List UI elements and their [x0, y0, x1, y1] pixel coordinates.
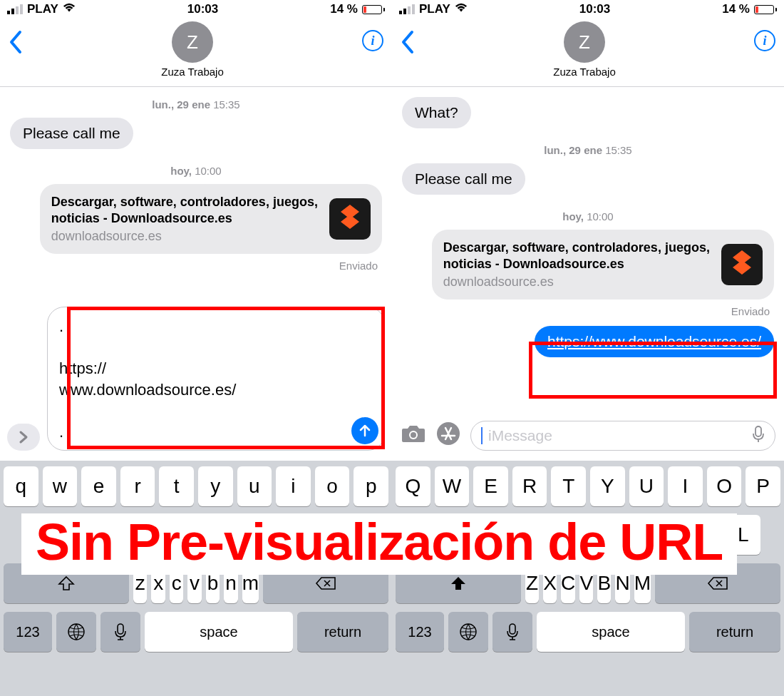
back-button[interactable]	[9, 21, 23, 57]
key-w[interactable]: W	[435, 466, 470, 506]
wifi-icon	[455, 2, 468, 16]
contact-header[interactable]: Z Zuza Trabajo	[553, 21, 616, 78]
link-title: Descargar, software, controladores, jueg…	[51, 194, 318, 227]
signal-icon	[399, 4, 415, 14]
compose-area: iMessage	[392, 415, 784, 461]
key-u[interactable]: U	[629, 466, 664, 506]
timestamp-2: hoy, 10:00	[10, 165, 382, 177]
compose-input[interactable]: iMessage	[470, 421, 775, 451]
msg-incoming-what[interactable]: What?	[402, 97, 471, 128]
battery-pct: 14 %	[722, 2, 750, 16]
space-key[interactable]: space	[537, 612, 685, 652]
timestamp-1: lun., 29 ene 15:35	[10, 98, 382, 111]
keyboard: qwertyuiop asdfghjkl zxcvbnm 123	[0, 461, 392, 696]
key-r[interactable]: R	[512, 466, 547, 506]
key-p[interactable]: P	[746, 466, 780, 506]
keyboard: QWERTYUIOP ASDFGHJKL ZXCVBNM 123	[392, 461, 784, 696]
key-r[interactable]: r	[120, 466, 155, 506]
clock: 10:03	[187, 2, 218, 16]
contact-name: Zuza Trabajo	[553, 66, 616, 78]
return-key[interactable]: return	[297, 612, 388, 652]
avatar: Z	[564, 21, 605, 63]
battery-icon	[754, 5, 777, 14]
svg-rect-5	[755, 426, 761, 436]
key-row-1: QWERTYUIOP	[396, 466, 780, 506]
delivery-status: Enviado	[402, 305, 770, 317]
contact-name: Zuza Trabajo	[161, 66, 224, 78]
info-button[interactable]: i	[362, 21, 383, 51]
key-e[interactable]: e	[81, 466, 116, 506]
dictation-key[interactable]	[100, 612, 140, 652]
link-thumb	[721, 244, 763, 285]
link-title: Descargar, software, controladores, jueg…	[443, 240, 710, 273]
camera-button[interactable]	[401, 424, 426, 449]
key-u[interactable]: u	[237, 466, 272, 506]
key-y[interactable]: Y	[590, 466, 625, 506]
clock: 10:03	[579, 2, 610, 16]
key-q[interactable]: Q	[396, 466, 430, 506]
key-o[interactable]: o	[315, 466, 350, 506]
numbers-key[interactable]: 123	[4, 612, 52, 652]
link-preview-card[interactable]: Descargar, software, controladores, jueg…	[40, 184, 382, 254]
return-key[interactable]: return	[689, 612, 780, 652]
contact-header[interactable]: Z Zuza Trabajo	[161, 21, 224, 78]
signal-icon	[7, 4, 23, 14]
globe-key[interactable]	[56, 612, 96, 652]
compose-area: . https:// www.downloadsource.es/ .	[0, 301, 392, 461]
key-row-4: 123 space return	[396, 612, 780, 652]
compose-input[interactable]: . https:// www.downloadsource.es/ .	[47, 307, 385, 451]
svg-point-3	[411, 432, 416, 438]
key-q[interactable]: q	[4, 466, 38, 506]
overlay-caption: Sin Pre-visualización de URL	[21, 513, 737, 575]
globe-key[interactable]	[448, 612, 488, 652]
timestamp-1: lun., 29 ene 15:35	[402, 144, 774, 156]
phone-right: PLAY 10:03 14 % Z Zuza Trabajo	[392, 0, 784, 696]
carrier-label: PLAY	[419, 2, 450, 16]
avatar: Z	[172, 21, 213, 63]
key-i[interactable]: i	[276, 466, 311, 506]
phone-left: PLAY 10:03 14 % Z Zuza Trabajo	[0, 0, 392, 696]
key-t[interactable]: T	[551, 466, 586, 506]
key-y[interactable]: y	[198, 466, 233, 506]
status-bar: PLAY 10:03 14 %	[392, 0, 784, 19]
delivery-status: Enviado	[10, 260, 378, 272]
conversation[interactable]: What? lun., 29 ene 15:35 Please call me …	[392, 87, 784, 415]
status-bar: PLAY 10:03 14 %	[0, 0, 392, 19]
carrier-label: PLAY	[27, 2, 58, 16]
wifi-icon	[63, 2, 76, 16]
nav-header: Z Zuza Trabajo i	[392, 19, 784, 87]
space-key[interactable]: space	[145, 612, 293, 652]
nav-header: Z Zuza Trabajo i	[0, 19, 392, 87]
mic-icon[interactable]	[752, 425, 765, 447]
key-i[interactable]: I	[668, 466, 703, 506]
link-preview-card[interactable]: Descargar, software, controladores, jueg…	[432, 230, 774, 300]
back-button[interactable]	[401, 21, 415, 57]
info-button[interactable]: i	[754, 21, 775, 51]
battery-icon	[362, 5, 385, 14]
msg-incoming-please[interactable]: Please call me	[10, 118, 133, 149]
key-e[interactable]: E	[473, 466, 508, 506]
timestamp-2: hoy, 10:00	[402, 210, 774, 222]
msg-incoming-please[interactable]: Please call me	[402, 163, 525, 195]
msg-outgoing-url[interactable]: https://www.downloadsource.es/	[535, 326, 774, 357]
svg-rect-7	[510, 624, 515, 634]
key-w[interactable]: w	[43, 466, 78, 506]
compose-draft-text: . https:// www.downloadsource.es/ .	[59, 316, 373, 443]
link-domain: downloadsource.es	[51, 229, 318, 244]
app-store-button[interactable]	[436, 421, 460, 451]
svg-rect-1	[118, 624, 123, 634]
compose-placeholder: iMessage	[488, 427, 552, 444]
key-t[interactable]: t	[159, 466, 194, 506]
key-row-1: qwertyuiop	[4, 466, 388, 506]
app-drawer-button[interactable]	[7, 424, 40, 451]
key-p[interactable]: p	[354, 466, 388, 506]
conversation[interactable]: lun., 29 ene 15:35 Please call me hoy, 1…	[0, 87, 392, 301]
dictation-key[interactable]	[492, 612, 532, 652]
numbers-key[interactable]: 123	[396, 612, 444, 652]
battery-pct: 14 %	[330, 2, 358, 16]
key-o[interactable]: O	[707, 466, 742, 506]
send-button[interactable]	[351, 417, 378, 444]
text-cursor	[481, 427, 483, 444]
key-row-4: 123 space return	[4, 612, 388, 652]
link-domain: downloadsource.es	[443, 275, 710, 290]
